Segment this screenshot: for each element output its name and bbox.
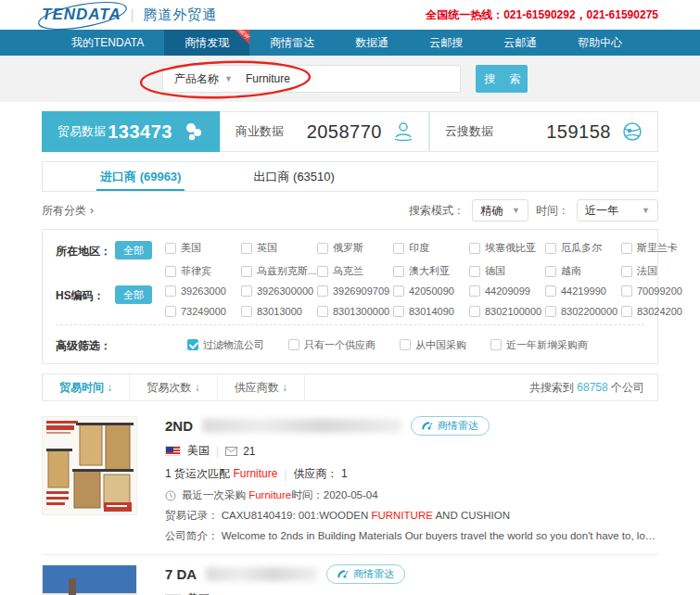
region-option[interactable]: 法国	[621, 264, 697, 278]
nav-item-radar[interactable]: 商情雷达	[249, 30, 335, 56]
checkbox-icon[interactable]	[469, 285, 480, 297]
sort-by-trade-count[interactable]: 贸易次数 ↓	[130, 373, 217, 401]
region-option[interactable]: 越南	[545, 264, 621, 278]
nav-item-discovery[interactable]: 商情发现 NEW	[164, 30, 249, 56]
company-photo-barn-doors[interactable]	[42, 416, 137, 515]
brand-logo[interactable]: TENDATA | 腾道外贸通	[42, 6, 217, 24]
hscode-option[interactable]: 83024200	[621, 306, 697, 317]
checkbox-icon[interactable]	[165, 243, 176, 254]
checkbox-icon[interactable]	[545, 243, 556, 254]
region-all-button[interactable]: 全部	[115, 241, 152, 260]
region-option[interactable]: 印度	[393, 241, 469, 255]
checkbox-checked-icon[interactable]	[187, 339, 198, 350]
hscode-option[interactable]: 42050090	[393, 285, 469, 297]
tab-exporters[interactable]: 出口商 (63510)	[249, 162, 337, 191]
checkbox-icon[interactable]	[393, 285, 404, 297]
region-option[interactable]: 斯里兰卡	[621, 241, 697, 255]
checkbox-icon[interactable]	[288, 339, 299, 350]
hscode-option[interactable]: 8302200000	[545, 306, 621, 317]
hscode-option[interactable]: 44219990	[545, 285, 621, 297]
sort-by-supplier-count[interactable]: 供应商数 ↓	[218, 373, 305, 401]
checkbox-icon[interactable]	[241, 285, 252, 297]
region-option[interactable]: 英国	[241, 241, 317, 255]
region-option[interactable]: 美国	[165, 241, 241, 255]
region-filter-label: 所在地区：	[56, 241, 115, 278]
region-option[interactable]: 俄罗斯	[317, 241, 393, 255]
advanced-option-filter-logistics[interactable]: 过滤物流公司	[187, 335, 264, 354]
hscode-option[interactable]: 39263000	[165, 285, 241, 297]
company-name[interactable]: 7 DA	[165, 566, 197, 582]
filter-hscode-row: HS编码： 全部 39263000 3926300000 3926909709 …	[56, 285, 644, 317]
checkbox-icon[interactable]	[545, 266, 556, 277]
checkbox-icon[interactable]	[621, 266, 632, 277]
checkbox-icon[interactable]	[545, 306, 556, 317]
hscode-all-button[interactable]: 全部	[115, 285, 152, 304]
checkbox-icon[interactable]	[469, 243, 480, 254]
hscode-option[interactable]: 8301300000	[317, 306, 393, 317]
region-option[interactable]: 厄瓜多尔	[545, 241, 621, 255]
checkbox-icon[interactable]	[400, 339, 411, 350]
checkbox-icon[interactable]	[469, 266, 480, 277]
hscode-option[interactable]: 83014090	[393, 306, 469, 317]
radar-button[interactable]: 商情雷达	[411, 416, 490, 436]
hscode-option[interactable]: 83013000	[241, 306, 317, 317]
checkbox-icon[interactable]	[241, 306, 252, 317]
sort-by-trade-time[interactable]: 贸易时间 ↓	[43, 373, 130, 401]
checkbox-icon[interactable]	[393, 306, 404, 317]
region-option[interactable]: 德国	[469, 264, 545, 278]
checkbox-icon[interactable]	[165, 285, 176, 297]
hscode-option[interactable]: 8302100000	[469, 306, 545, 317]
company-photo-storefront[interactable]	[42, 564, 137, 595]
nav-item-help-center[interactable]: 帮助中心	[557, 30, 643, 56]
advanced-option-single-supplier[interactable]: 只有一个供应商	[288, 335, 375, 354]
radar-button[interactable]: 商情雷达	[326, 564, 405, 584]
checkbox-icon[interactable]	[317, 266, 328, 277]
logo-cn-name: 腾道外贸通	[143, 6, 217, 24]
checkbox-icon[interactable]	[621, 243, 632, 254]
checkbox-icon[interactable]	[469, 306, 480, 317]
search-mode-select[interactable]: 精确 ▼	[472, 199, 528, 222]
region-option[interactable]: 菲律宾	[165, 264, 241, 278]
time-range-select[interactable]: 近一年 ▼	[577, 199, 658, 222]
region-option[interactable]: 埃塞俄比亚	[469, 241, 545, 255]
checkbox-icon[interactable]	[317, 285, 328, 297]
chevron-right-icon: ›	[90, 204, 94, 217]
checkbox-icon[interactable]	[241, 243, 252, 254]
checkbox-icon[interactable]	[621, 306, 632, 317]
search-button[interactable]: 搜 索	[476, 65, 528, 93]
region-option[interactable]: 乌克兰	[317, 264, 393, 278]
checkbox-icon[interactable]	[165, 306, 176, 317]
sort-bar: 贸易时间 ↓ 贸易次数 ↓ 供应商数 ↓ 共搜索到 68758 个公司	[42, 373, 658, 401]
checkbox-icon[interactable]	[545, 285, 556, 297]
contact-count[interactable]: 21	[225, 445, 255, 458]
nav-item-cloud-mail-search[interactable]: 云邮搜	[409, 30, 483, 56]
hscode-option[interactable]: 70099200	[621, 285, 697, 297]
advanced-option-new-buyers[interactable]: 近一年新增采购商	[490, 335, 588, 354]
checkbox-icon[interactable]	[317, 243, 328, 254]
checkbox-icon[interactable]	[393, 243, 404, 254]
checkbox-icon[interactable]	[490, 339, 502, 350]
nav-item-datatong[interactable]: 数据通	[335, 30, 409, 56]
tab-importers[interactable]: 进口商 (69963)	[96, 162, 185, 191]
search-input[interactable]: Furniture	[242, 72, 290, 85]
hscode-option[interactable]: 73249000	[165, 306, 241, 317]
stat-cloud-search-data[interactable]: 云搜数据 159158	[429, 111, 658, 152]
region-option[interactable]: 乌兹别克斯...	[241, 264, 317, 278]
stat-trade-data[interactable]: 贸易数据 133473	[42, 111, 220, 152]
checkbox-icon[interactable]	[241, 266, 252, 277]
checkbox-icon[interactable]	[393, 266, 404, 277]
hscode-option[interactable]: 3926300000	[241, 285, 317, 297]
checkbox-icon[interactable]	[621, 285, 632, 297]
stat-business-data[interactable]: 商业数据 2058770	[220, 111, 429, 152]
hscode-option[interactable]: 44209099	[469, 285, 545, 297]
region-option[interactable]: 澳大利亚	[393, 264, 469, 278]
nav-item-my-tendata[interactable]: 我的TENDATA	[51, 30, 164, 56]
checkbox-icon[interactable]	[165, 266, 176, 277]
hscode-option[interactable]: 3926909709	[317, 285, 393, 297]
nav-item-cloud-mail[interactable]: 云邮通	[483, 30, 557, 56]
advanced-option-buy-from-china[interactable]: 从中国采购	[400, 335, 466, 354]
company-name[interactable]: 2ND	[165, 418, 193, 434]
checkbox-icon[interactable]	[317, 306, 328, 317]
search-field-selector[interactable]: 产品名称 ▼	[163, 71, 242, 87]
all-categories-link[interactable]: 所有分类 ›	[42, 203, 94, 219]
